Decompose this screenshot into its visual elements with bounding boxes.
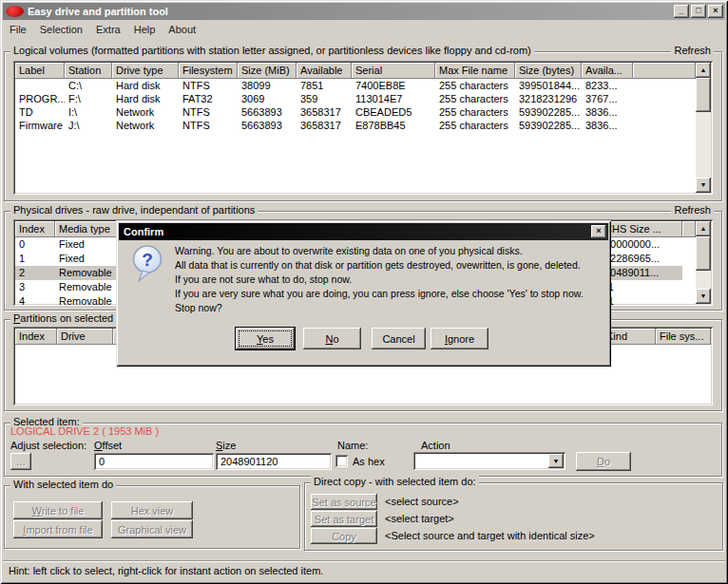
menu-help[interactable]: Help bbox=[127, 22, 163, 37]
table-cell: NTFS bbox=[179, 119, 238, 132]
physical-drives-title: Physical drives - raw drive, independant… bbox=[10, 204, 258, 216]
table-cell: 255 characters bbox=[435, 92, 515, 105]
do-button[interactable]: Do bbox=[576, 452, 631, 471]
scroll-up-icon[interactable]: ▲ bbox=[696, 221, 711, 236]
yes-button[interactable]: Yes bbox=[236, 328, 295, 349]
table-cell: 359 bbox=[297, 92, 352, 105]
table-cell: 32286965... bbox=[601, 252, 682, 266]
table-row[interactable]: TD I:\ Network NTFS 5663893 3658317 CBEA… bbox=[15, 105, 696, 119]
table-cell: 8233... bbox=[582, 79, 633, 92]
menu-about[interactable]: About bbox=[162, 22, 202, 37]
scrollbar-thumb[interactable] bbox=[696, 236, 711, 271]
table-cell: 38099 bbox=[238, 79, 297, 92]
adjust-selection-button[interactable]: ... bbox=[10, 453, 31, 470]
column-header[interactable]: File sys... bbox=[656, 329, 711, 345]
table-cell: 255 characters bbox=[435, 119, 515, 132]
dialog-close-icon[interactable]: × bbox=[591, 225, 606, 238]
size-input[interactable]: 2048901120 bbox=[216, 453, 332, 470]
action-combobox[interactable]: ▼ bbox=[413, 452, 565, 470]
graphical-view-button[interactable]: Graphical view bbox=[111, 520, 193, 538]
chevron-down-icon[interactable]: ▼ bbox=[548, 454, 564, 468]
table-cell: 3658317 bbox=[297, 119, 352, 132]
table-cell: 40000000... bbox=[601, 237, 682, 252]
table-cell: TD bbox=[15, 105, 65, 119]
column-header-filler bbox=[682, 221, 696, 237]
table-cell: F:\ bbox=[65, 92, 112, 105]
column-header[interactable]: Index bbox=[15, 329, 57, 345]
table-cell: Hard disk bbox=[112, 79, 179, 92]
selected-item-group: Selected item: LOGICAL DRIVE 2 ( 1953 Mi… bbox=[4, 423, 722, 477]
dialog-message-line: If you are not sure what to do, stop now… bbox=[175, 273, 352, 285]
maximize-button-icon[interactable]: □ bbox=[691, 5, 706, 18]
table-cell: CBEADED5 bbox=[352, 105, 435, 119]
import-from-file-button[interactable]: Import from file bbox=[13, 520, 103, 538]
table-cell: 255 characters bbox=[435, 105, 515, 119]
table-row[interactable]: PROGR... F:\ Hard disk FAT32 3069 359 11… bbox=[15, 92, 696, 105]
title-bar[interactable]: Easy drive and partition tool _ □ × bbox=[3, 3, 725, 20]
physical-drives-refresh[interactable]: Refresh bbox=[671, 204, 714, 216]
scroll-down-icon[interactable]: ▼ bbox=[696, 178, 711, 193]
table-cell: 0 bbox=[15, 237, 55, 252]
adjust-selection-label: Adjust selection: bbox=[10, 440, 86, 451]
logical-volumes-title: Logical volumes (formatted partitions wi… bbox=[10, 45, 534, 56]
column-header-filler bbox=[633, 63, 696, 79]
as-hex-checkbox[interactable] bbox=[335, 455, 348, 467]
vertical-scrollbar[interactable]: ▲ ▼ bbox=[696, 221, 711, 304]
table-cell: 4 bbox=[15, 294, 55, 309]
set-as-target-button[interactable]: Set as target bbox=[311, 511, 377, 527]
menu-selection[interactable]: Selection bbox=[33, 22, 89, 37]
column-header[interactable]: CHS Size ... bbox=[601, 221, 682, 237]
cancel-button[interactable]: Cancel bbox=[372, 328, 426, 349]
dialog-title-bar[interactable]: Confirm × bbox=[119, 223, 608, 240]
copy-button[interactable]: Copy bbox=[311, 528, 377, 544]
set-as-source-button[interactable]: Set as source bbox=[311, 494, 377, 510]
target-status: <select target> bbox=[385, 513, 454, 524]
hex-view-button[interactable]: Hex view bbox=[111, 501, 193, 519]
source-status: <select source> bbox=[385, 496, 459, 507]
logical-volumes-refresh[interactable]: Refresh bbox=[671, 45, 714, 56]
column-header[interactable]: Availa... bbox=[582, 63, 633, 79]
column-header[interactable]: Available bbox=[297, 63, 352, 79]
app-window: Easy drive and partition tool _ □ × File… bbox=[0, 0, 728, 584]
column-header[interactable]: Index bbox=[15, 221, 55, 237]
scroll-up-icon[interactable]: ▲ bbox=[696, 63, 711, 78]
table-cell: -1 bbox=[601, 280, 682, 294]
with-selected-title: With selected item do bbox=[10, 479, 116, 490]
scrollbar-thumb[interactable] bbox=[696, 78, 711, 112]
table-cell: 20489011... bbox=[601, 266, 682, 280]
column-header[interactable]: Size (MiB) bbox=[238, 63, 297, 79]
column-header[interactable]: Serial bbox=[352, 63, 435, 79]
table-cell: Hard disk bbox=[112, 92, 179, 105]
write-to-file-button[interactable]: Write to file bbox=[13, 501, 103, 519]
table-header-row: Label Station Drive type Filesystem Size… bbox=[15, 63, 696, 79]
table-cell: 2 bbox=[15, 266, 55, 280]
menu-file[interactable]: File bbox=[3, 22, 33, 37]
column-header[interactable]: Label bbox=[15, 63, 65, 79]
table-cell: C:\ bbox=[65, 79, 112, 92]
close-button-icon[interactable]: × bbox=[708, 5, 723, 18]
table-row[interactable]: C:\ Hard disk NTFS 38099 7851 7400EB8E 2… bbox=[15, 79, 696, 92]
table-cell: 593902285... bbox=[515, 105, 582, 119]
table-row[interactable]: Firmware J:\ Network NTFS 5663893 365831… bbox=[15, 119, 696, 132]
table-cell: 1 bbox=[15, 252, 55, 266]
scroll-down-icon[interactable]: ▼ bbox=[696, 289, 711, 304]
no-button[interactable]: No bbox=[303, 328, 361, 349]
minimize-button-icon[interactable]: _ bbox=[674, 5, 689, 18]
column-header[interactable]: Size (bytes) bbox=[515, 63, 582, 79]
column-header[interactable]: Drive bbox=[57, 329, 113, 345]
ignore-button[interactable]: Ignore bbox=[431, 328, 489, 349]
menu-extra[interactable]: Extra bbox=[89, 22, 127, 37]
column-header[interactable]: Station bbox=[65, 63, 112, 79]
table-cell: J:\ bbox=[65, 119, 112, 132]
offset-input[interactable]: 0 bbox=[94, 453, 214, 470]
column-header[interactable]: Filesystem bbox=[179, 63, 238, 79]
column-header[interactable]: Drive type bbox=[112, 63, 179, 79]
column-header[interactable]: Max File name bbox=[435, 63, 515, 79]
table-cell: 5663893 bbox=[238, 119, 297, 132]
table-cell: 3 bbox=[15, 280, 55, 294]
table-cell: 3218231296 bbox=[515, 92, 582, 105]
table-cell: NTFS bbox=[179, 105, 238, 119]
dialog-message-line: Warning. You are about to overwrite exis… bbox=[175, 245, 523, 256]
table-cell: I:\ bbox=[65, 105, 112, 119]
vertical-scrollbar[interactable]: ▲ ▼ bbox=[696, 63, 711, 193]
